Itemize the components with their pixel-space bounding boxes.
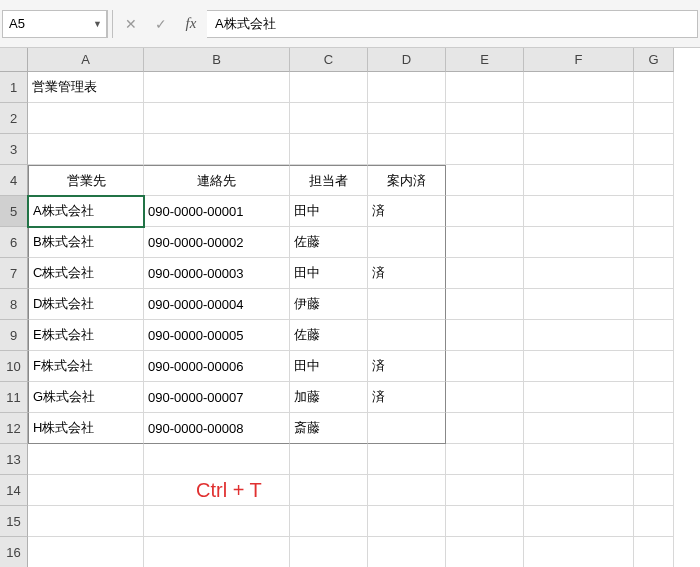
column-header-C[interactable]: C: [290, 48, 368, 72]
row-header-4[interactable]: 4: [0, 165, 28, 196]
cell-G6[interactable]: [634, 227, 674, 258]
cell-D2[interactable]: [368, 103, 446, 134]
name-box[interactable]: A5 ▼: [2, 10, 107, 38]
cell-B9[interactable]: 090-0000-00005: [144, 320, 290, 351]
cell-G2[interactable]: [634, 103, 674, 134]
cell-A4[interactable]: 営業先: [28, 165, 144, 196]
cell-C4[interactable]: 担当者: [290, 165, 368, 196]
cell-A1[interactable]: 営業管理表: [28, 72, 144, 103]
row-header-10[interactable]: 10: [0, 351, 28, 382]
cell-E7[interactable]: [446, 258, 524, 289]
cell-F9[interactable]: [524, 320, 634, 351]
cell-A6[interactable]: B株式会社: [28, 227, 144, 258]
cell-E4[interactable]: [446, 165, 524, 196]
cell-E1[interactable]: [446, 72, 524, 103]
cell-C13[interactable]: [290, 444, 368, 475]
cell-B4[interactable]: 連絡先: [144, 165, 290, 196]
cell-F13[interactable]: [524, 444, 634, 475]
cell-A8[interactable]: D株式会社: [28, 289, 144, 320]
cell-F4[interactable]: [524, 165, 634, 196]
row-header-12[interactable]: 12: [0, 413, 28, 444]
cell-E11[interactable]: [446, 382, 524, 413]
cell-A2[interactable]: [28, 103, 144, 134]
cell-D13[interactable]: [368, 444, 446, 475]
cell-F2[interactable]: [524, 103, 634, 134]
cell-A14[interactable]: [28, 475, 144, 506]
cell-C2[interactable]: [290, 103, 368, 134]
select-all-corner[interactable]: [0, 48, 28, 72]
cell-A10[interactable]: F株式会社: [28, 351, 144, 382]
cell-B16[interactable]: [144, 537, 290, 567]
cell-D1[interactable]: [368, 72, 446, 103]
cell-A13[interactable]: [28, 444, 144, 475]
cell-G16[interactable]: [634, 537, 674, 567]
cell-G13[interactable]: [634, 444, 674, 475]
cell-E9[interactable]: [446, 320, 524, 351]
cell-E13[interactable]: [446, 444, 524, 475]
row-header-2[interactable]: 2: [0, 103, 28, 134]
cell-E8[interactable]: [446, 289, 524, 320]
cell-F14[interactable]: [524, 475, 634, 506]
cell-B7[interactable]: 090-0000-00003: [144, 258, 290, 289]
cell-G14[interactable]: [634, 475, 674, 506]
cell-D3[interactable]: [368, 134, 446, 165]
cell-D9[interactable]: [368, 320, 446, 351]
cell-C12[interactable]: 斎藤: [290, 413, 368, 444]
dropdown-icon[interactable]: ▼: [93, 19, 102, 29]
cell-D14[interactable]: [368, 475, 446, 506]
row-header-7[interactable]: 7: [0, 258, 28, 289]
cell-B5[interactable]: 090-0000-00001: [144, 196, 290, 227]
cell-D7[interactable]: 済: [368, 258, 446, 289]
cell-B1[interactable]: [144, 72, 290, 103]
cell-G7[interactable]: [634, 258, 674, 289]
column-header-E[interactable]: E: [446, 48, 524, 72]
cell-C5[interactable]: 田中: [290, 196, 368, 227]
row-header-11[interactable]: 11: [0, 382, 28, 413]
cell-G5[interactable]: [634, 196, 674, 227]
row-header-3[interactable]: 3: [0, 134, 28, 165]
cell-C1[interactable]: [290, 72, 368, 103]
cell-C16[interactable]: [290, 537, 368, 567]
cell-A5[interactable]: A株式会社: [28, 196, 144, 227]
cell-C7[interactable]: 田中: [290, 258, 368, 289]
cell-B13[interactable]: [144, 444, 290, 475]
row-header-8[interactable]: 8: [0, 289, 28, 320]
formula-input[interactable]: A株式会社: [207, 10, 698, 38]
cell-F12[interactable]: [524, 413, 634, 444]
row-header-5[interactable]: 5: [0, 196, 28, 227]
cell-C8[interactable]: 伊藤: [290, 289, 368, 320]
cell-A16[interactable]: [28, 537, 144, 567]
cell-G9[interactable]: [634, 320, 674, 351]
cell-F11[interactable]: [524, 382, 634, 413]
row-header-15[interactable]: 15: [0, 506, 28, 537]
row-header-16[interactable]: 16: [0, 537, 28, 567]
cell-A15[interactable]: [28, 506, 144, 537]
cell-C10[interactable]: 田中: [290, 351, 368, 382]
cell-C11[interactable]: 加藤: [290, 382, 368, 413]
cell-B2[interactable]: [144, 103, 290, 134]
cell-E15[interactable]: [446, 506, 524, 537]
cell-A12[interactable]: H株式会社: [28, 413, 144, 444]
column-header-A[interactable]: A: [28, 48, 144, 72]
cell-G10[interactable]: [634, 351, 674, 382]
cell-B14[interactable]: Ctrl + T: [144, 475, 290, 506]
cell-F1[interactable]: [524, 72, 634, 103]
cell-F10[interactable]: [524, 351, 634, 382]
cell-C15[interactable]: [290, 506, 368, 537]
cell-E16[interactable]: [446, 537, 524, 567]
cell-C14[interactable]: [290, 475, 368, 506]
cell-G15[interactable]: [634, 506, 674, 537]
cell-E5[interactable]: [446, 196, 524, 227]
row-header-14[interactable]: 14: [0, 475, 28, 506]
cell-D8[interactable]: [368, 289, 446, 320]
cell-F7[interactable]: [524, 258, 634, 289]
cell-D11[interactable]: 済: [368, 382, 446, 413]
cell-A9[interactable]: E株式会社: [28, 320, 144, 351]
cell-A11[interactable]: G株式会社: [28, 382, 144, 413]
row-header-6[interactable]: 6: [0, 227, 28, 258]
cell-F5[interactable]: [524, 196, 634, 227]
cell-E14[interactable]: [446, 475, 524, 506]
cell-G8[interactable]: [634, 289, 674, 320]
cell-E2[interactable]: [446, 103, 524, 134]
cell-G3[interactable]: [634, 134, 674, 165]
